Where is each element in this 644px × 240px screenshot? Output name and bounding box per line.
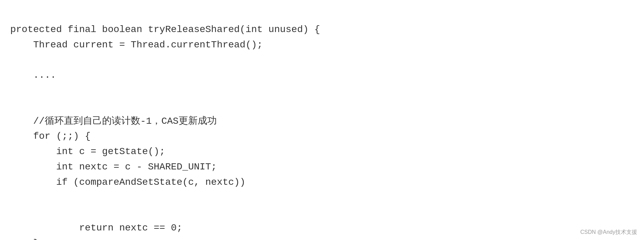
code-line — [10, 190, 634, 206]
code-line: int nextc = c - SHARED_UNIT; — [10, 160, 634, 175]
watermark: CSDN @Andy技术支援 — [580, 229, 638, 236]
code-line: //循环直到自己的读计数-1，CAS更新成功 — [10, 114, 634, 129]
code-line: for (;;) { — [10, 129, 634, 144]
code-line — [10, 52, 634, 68]
code-line: return nextc == 0; — [10, 221, 634, 236]
code-line: int c = getState(); — [10, 144, 634, 160]
code-line: protected final boolean tryReleaseShared… — [10, 22, 634, 38]
code-line — [10, 83, 634, 99]
code-line: Thread current = Thread.currentThread(); — [10, 38, 634, 53]
code-container: protected final boolean tryReleaseShared… — [10, 7, 634, 240]
code-line: if (compareAndSetState(c, nextc)) — [10, 175, 634, 190]
code-line — [10, 205, 634, 221]
code-line — [10, 99, 634, 114]
code-line: .... — [10, 68, 634, 83]
code-line: } — [10, 236, 634, 240]
